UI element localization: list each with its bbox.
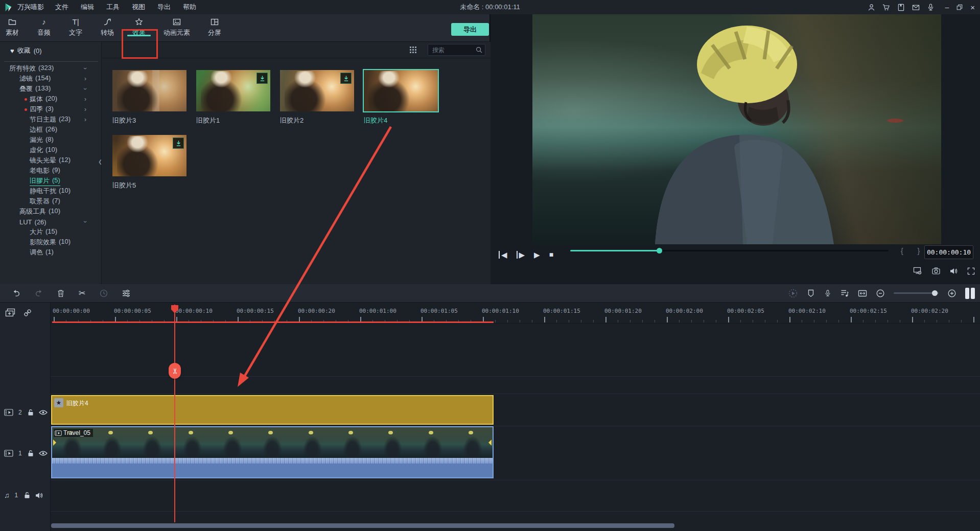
prev-frame-icon[interactable]: ◀ [499,251,507,259]
asset-tab[interactable]: 转场 [95,14,120,37]
mark-in-out-icon[interactable]: { } [901,247,926,255]
category-item[interactable]: 漏光(8) › [0,135,101,145]
playhead-split-button[interactable]: ✂ [169,363,181,379]
lock-icon[interactable] [28,450,34,457]
lock-icon[interactable] [24,492,30,499]
menu-item[interactable]: 工具 [106,3,120,12]
effect-thumbnail[interactable] [112,135,186,176]
link-icon[interactable] [24,309,32,317]
category-item[interactable]: 滤镜(154) › [0,74,101,84]
timeline-hscrollbar[interactable] [51,523,674,528]
display-settings-icon[interactable] [913,267,922,275]
video-preview[interactable] [532,14,941,244]
split-scissors-icon[interactable]: ✂ [79,288,85,298]
volume-icon[interactable] [950,268,958,274]
category-item[interactable]: 边框(26) › [0,125,101,135]
eye-icon[interactable] [39,451,48,456]
layout-toggle-icon[interactable] [965,288,975,299]
zoom-slider-handle[interactable] [932,290,938,296]
effect-thumbnail[interactable] [364,70,438,111]
grid-view-icon[interactable] [409,45,418,55]
resources-icon[interactable] [897,4,905,11]
mail-icon[interactable] [912,4,920,11]
zoom-in-icon[interactable] [948,289,956,297]
asset-tab[interactable]: T| 文字 [63,14,88,37]
undo-icon[interactable] [12,289,20,297]
category-item[interactable]: 镜头光晕(12) › [0,155,101,166]
lock-icon[interactable] [28,409,34,416]
menu-item[interactable]: 导出 [157,3,171,12]
menu-item[interactable]: 视图 [132,3,145,12]
effect-card[interactable]: 旧胶片1 [196,70,270,125]
speed-clock-icon[interactable] [100,289,108,297]
category-item[interactable]: 静电干扰(10) › [0,186,101,196]
speaker-icon[interactable] [35,492,43,499]
zoom-out-icon[interactable] [876,289,884,297]
next-frame-icon[interactable]: ▶ [517,251,525,259]
category-item[interactable]: 影院效果(10) › [0,237,101,247]
menu-item[interactable]: 文件 [55,3,68,12]
tab-icon [135,18,143,26]
minimize-icon[interactable]: – [945,3,949,11]
magnifier-icon[interactable] [476,47,482,53]
search-input[interactable] [428,47,476,54]
menu-item[interactable]: 帮助 [183,3,196,12]
effect-card[interactable]: 旧胶片2 [280,70,354,125]
category-item[interactable]: 高级工具(10) › [0,206,101,217]
collapse-panel-icon[interactable]: ❮ [98,158,102,166]
menu-item[interactable]: 编辑 [81,3,94,12]
trim-handle-right[interactable] [488,440,492,446]
play-icon[interactable]: ▶ [534,251,540,259]
close-icon[interactable]: × [970,4,975,11]
fullscreen-icon[interactable] [967,267,975,275]
trim-handle-left[interactable] [53,440,56,446]
preview-seekbar[interactable] [570,250,889,251]
delete-icon[interactable] [57,289,64,297]
eye-icon[interactable] [39,410,48,415]
asset-tab[interactable]: 效果 [127,14,151,37]
asset-tab[interactable]: ♪ 音频 [32,14,56,37]
effect-card[interactable]: 旧胶片3 [112,70,186,125]
adjust-sliders-icon[interactable] [122,290,130,297]
effect-thumbnail[interactable] [280,70,354,111]
asset-tab[interactable]: 素材 [0,14,25,37]
category-item[interactable]: LUT(26) › [0,217,101,227]
asset-tab[interactable]: 分屏 [202,14,227,37]
timeline-ruler[interactable]: 00:00:00:0000:00:00:0500:00:00:1000:00:0… [0,305,980,323]
sidebar-item-favorites[interactable]: ♥ 收藏 (0) [10,46,42,55]
category-item[interactable]: 媒体(20) › [0,94,101,104]
effect-card[interactable]: 旧胶片4 [364,70,438,125]
record-voiceover-icon[interactable] [824,289,831,297]
redo-icon[interactable] [35,289,43,297]
mic-icon[interactable] [927,4,935,11]
timeline-video-clip[interactable]: Travel_05 [51,426,494,478]
category-item[interactable]: 四季(3) › [0,104,101,114]
category-item[interactable]: 所有特效(323) › [0,63,101,74]
category-item[interactable]: 取景器(7) › [0,196,101,206]
user-icon[interactable] [868,4,875,11]
effect-thumbnail[interactable] [196,70,270,111]
category-item[interactable]: 老电影(9) › [0,166,101,176]
effect-thumbnail[interactable] [112,70,186,111]
export-button[interactable]: 导出 [451,23,489,36]
timeline-zoom-slider[interactable] [894,292,939,294]
marker-icon[interactable] [807,289,815,297]
category-item[interactable]: 大片(15) › [0,227,101,237]
add-track-icon[interactable] [5,308,15,317]
category-item[interactable]: 叠覆(133) › [0,84,101,94]
timeline-effect-clip[interactable]: ★ 旧胶片4 [51,395,494,425]
stop-icon[interactable]: ■ [549,251,553,258]
restore-icon[interactable] [956,4,963,11]
category-item[interactable]: 调色(1) › [0,247,101,258]
effect-card[interactable]: 旧胶片5 [112,135,186,190]
category-item[interactable]: 节日主题(23) › [0,114,101,125]
render-preview-icon[interactable] [788,289,798,298]
snapshot-icon[interactable] [932,267,940,274]
asset-tab[interactable]: 动画元素 [158,14,195,37]
audio-list-icon[interactable] [841,289,849,297]
playhead-line[interactable] [174,305,175,522]
cart-icon[interactable] [882,4,890,11]
category-item[interactable]: 虚化(10) › [0,145,101,155]
fit-timeline-icon[interactable] [858,289,867,297]
category-item[interactable]: 旧膠片(5) › [0,176,101,186]
